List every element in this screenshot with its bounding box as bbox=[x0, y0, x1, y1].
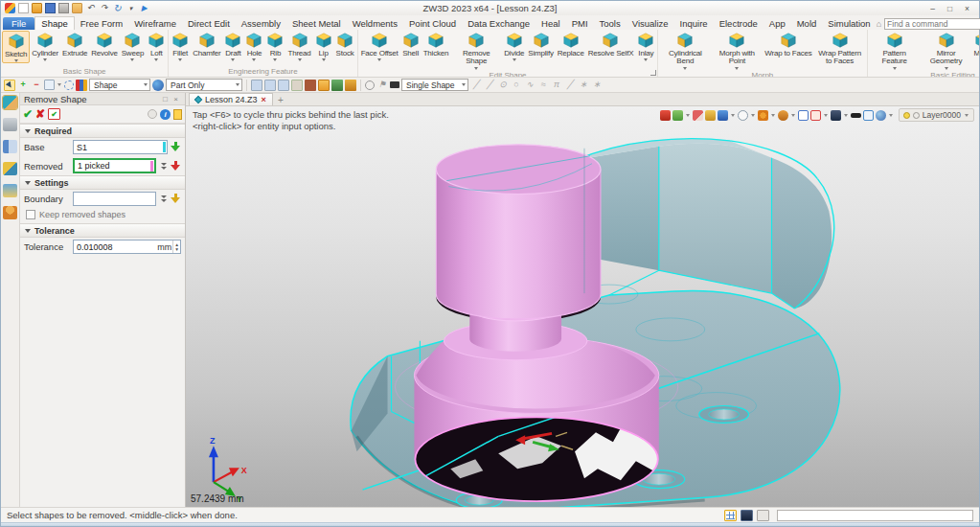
open-multi-icon[interactable] bbox=[72, 3, 82, 13]
section-required[interactable]: Required bbox=[20, 124, 185, 138]
da-folder-icon[interactable] bbox=[318, 80, 330, 91]
ribbon-button-revolve[interactable]: Revolve bbox=[89, 31, 120, 57]
layer-visibility-bulb-icon[interactable] bbox=[903, 112, 910, 119]
flag-icon[interactable]: ⚑ bbox=[376, 80, 388, 91]
ribbon-button-lip[interactable]: Lip bbox=[313, 31, 334, 61]
pick-box-dropdown-icon[interactable] bbox=[57, 83, 61, 86]
restore-button[interactable]: □ bbox=[942, 3, 958, 14]
section-tolerance[interactable]: Tolerance bbox=[20, 223, 185, 238]
frame-icon[interactable] bbox=[863, 110, 874, 121]
wireframe-dropdown-icon[interactable] bbox=[751, 114, 755, 117]
tab-sheet-metal[interactable]: Sheet Metal bbox=[286, 17, 347, 30]
shade-cube-icon[interactable] bbox=[705, 110, 716, 121]
model-canvas[interactable]: Z X Y bbox=[186, 106, 979, 507]
tab-visualize[interactable]: Visualize bbox=[627, 17, 674, 30]
document-tab[interactable]: Lesson 24.Z3 × bbox=[189, 93, 273, 105]
pattern-dropdown-icon[interactable] bbox=[791, 114, 795, 117]
boundary-field[interactable] bbox=[73, 192, 156, 206]
boundary-pick-arrow-icon[interactable] bbox=[171, 194, 181, 204]
black-rect-icon[interactable] bbox=[390, 81, 399, 88]
ribbon-button-remove-shape[interactable]: Remove Shape bbox=[450, 31, 502, 70]
display-dropdown-icon[interactable] bbox=[844, 114, 848, 117]
assembly-tree-tab-icon[interactable] bbox=[3, 140, 17, 153]
wireframe-sphere-icon[interactable] bbox=[738, 110, 748, 121]
da-tool-icon-3[interactable] bbox=[278, 80, 289, 91]
history-manager-tab-icon[interactable] bbox=[3, 118, 17, 131]
open-file-icon[interactable] bbox=[32, 3, 42, 13]
ribbon-button-fillet[interactable]: Fillet bbox=[170, 31, 191, 61]
regen-icon[interactable]: ↻ bbox=[112, 3, 123, 13]
shaded-sphere-icon[interactable] bbox=[876, 110, 886, 121]
tab-wireframe[interactable]: Wireframe bbox=[128, 17, 182, 30]
removed-pick-arrow-icon[interactable] bbox=[171, 161, 181, 172]
base-pick-arrow-icon[interactable] bbox=[171, 142, 181, 152]
tab-free-form[interactable]: Free Form bbox=[75, 17, 128, 30]
ribbon-button-draft[interactable]: Draft bbox=[222, 31, 243, 61]
world-scope-icon[interactable] bbox=[152, 80, 164, 91]
ribbon-button-cylindrical-bend[interactable]: Cylindrical Bend bbox=[659, 31, 711, 70]
tab-data-exchange[interactable]: Data Exchange bbox=[462, 17, 536, 30]
ribbon-button-face-offset[interactable]: Face Offset bbox=[359, 31, 400, 61]
tolerance-field[interactable]: mm ▴▾ bbox=[73, 240, 181, 254]
new-document-tab-button[interactable]: + bbox=[273, 94, 288, 105]
removed-field[interactable] bbox=[73, 158, 156, 173]
base-input[interactable] bbox=[74, 143, 163, 152]
ribbon-button-divide[interactable]: Divide bbox=[502, 31, 526, 61]
ribbon-button-thicken[interactable]: Thicken bbox=[422, 31, 451, 57]
apply-button[interactable]: ✔ bbox=[48, 108, 60, 120]
minimize-button[interactable]: – bbox=[924, 3, 941, 14]
keep-removed-shapes-checkbox[interactable] bbox=[26, 210, 35, 219]
marker-icon[interactable] bbox=[305, 80, 316, 91]
ribbon-button-wrap-pattern-to-faces[interactable]: Wrap Pattern to Faces bbox=[814, 31, 866, 66]
tab-shape[interactable]: Shape bbox=[34, 16, 74, 30]
status-grid-toggle-icon[interactable] bbox=[724, 510, 737, 521]
print-icon[interactable] bbox=[58, 3, 69, 13]
section-dropdown-icon[interactable] bbox=[771, 114, 775, 117]
fit-window-icon[interactable] bbox=[798, 110, 809, 121]
ribbon-button-wrap-to-faces[interactable]: Wrap to Faces bbox=[763, 31, 813, 57]
render-cube-icon[interactable] bbox=[718, 110, 728, 121]
tab-tools[interactable]: Tools bbox=[594, 17, 627, 30]
layer-dropdown-icon[interactable] bbox=[965, 114, 969, 117]
pattern-view-icon[interactable] bbox=[778, 110, 788, 121]
ribbon-button-morph-with-point[interactable]: Morph with Point bbox=[711, 31, 763, 70]
ribbon-button-resolve-selfx[interactable]: Resolve SelfX bbox=[586, 31, 636, 57]
tab-mold[interactable]: Mold bbox=[791, 17, 823, 30]
base-boss[interactable] bbox=[577, 139, 834, 309]
ribbon-button-simplify[interactable]: Simplify bbox=[526, 31, 555, 57]
tab-assembly[interactable]: Assembly bbox=[236, 17, 286, 30]
history-clock-icon[interactable] bbox=[365, 80, 375, 90]
tab-file[interactable]: File bbox=[3, 17, 34, 30]
panel-options-icon[interactable] bbox=[148, 109, 157, 119]
scope-dropdown[interactable]: Part Only bbox=[166, 79, 242, 91]
status-form-toggle-icon[interactable] bbox=[757, 510, 769, 521]
ribbon-button-stock[interactable]: Stock bbox=[334, 31, 356, 57]
pick-style-dropdown-icon[interactable] bbox=[686, 114, 690, 117]
tab-app[interactable]: App bbox=[763, 17, 791, 30]
pick-style-icon[interactable] bbox=[672, 110, 683, 121]
ribbon-button-extrude[interactable]: Extrude bbox=[60, 31, 89, 57]
status-input-field[interactable] bbox=[777, 510, 973, 521]
display-monitor-icon[interactable] bbox=[831, 110, 841, 121]
add-selection-icon[interactable]: + bbox=[17, 80, 29, 91]
ribbon-button-mirror-geometry[interactable]: Mirror Geometry bbox=[921, 31, 972, 70]
save-icon[interactable] bbox=[45, 3, 56, 13]
da-tool-icon-4[interactable] bbox=[291, 80, 303, 91]
ribbon-button-sketch[interactable]: Sketch bbox=[2, 31, 30, 63]
section-view-icon[interactable] bbox=[758, 110, 768, 121]
tab-weldments[interactable]: Weldments bbox=[347, 17, 403, 30]
da-green-icon[interactable] bbox=[331, 80, 343, 91]
ribbon-button-sweep[interactable]: Sweep bbox=[120, 31, 146, 61]
undo-icon[interactable]: ↶ bbox=[85, 3, 96, 13]
role-user-tab-icon[interactable] bbox=[3, 206, 17, 219]
remove-selection-icon[interactable]: − bbox=[31, 80, 42, 91]
base-field[interactable] bbox=[73, 140, 168, 154]
play-icon[interactable]: ▶ bbox=[139, 3, 149, 13]
tab-pmi[interactable]: PMI bbox=[566, 17, 594, 30]
layer-control[interactable]: Layer0000 bbox=[899, 108, 974, 122]
pick-box-icon[interactable] bbox=[44, 80, 55, 90]
ribbon-button-shell[interactable]: Shell bbox=[400, 31, 422, 57]
new-file-icon[interactable] bbox=[18, 3, 29, 13]
edit-shape-dialog-launcher-icon[interactable] bbox=[650, 70, 656, 76]
ribbon-button-loft[interactable]: Loft bbox=[146, 31, 167, 61]
